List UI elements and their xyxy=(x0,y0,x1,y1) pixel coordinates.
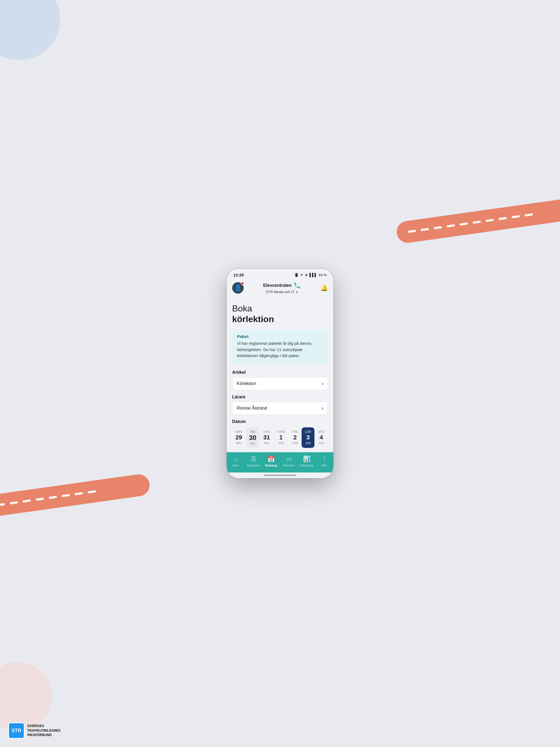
ekonomi-nav-label: Ekonomi xyxy=(283,464,295,467)
utbildning-nav-label: Utbildning xyxy=(300,464,313,467)
brand-label: Elevcentralen xyxy=(263,283,291,288)
info-box: Paket: Vi har registrerat paketet åt dig… xyxy=(232,330,328,363)
date-num: 30 xyxy=(249,435,256,441)
date-month: JUN xyxy=(319,442,324,445)
date-item[interactable]: SÖN 4 JUN xyxy=(315,428,328,448)
date-num: 4 xyxy=(320,435,323,440)
notification-bell-icon[interactable]: 🔔 xyxy=(321,284,328,291)
date-month: JUN xyxy=(305,442,311,445)
date-item[interactable]: TORS 1 JUN xyxy=(274,428,288,448)
date-item[interactable]: TIS 30 MAJ xyxy=(246,428,260,448)
larare-chevron-icon: ∨ xyxy=(321,406,324,410)
avatar-icon: 👤 xyxy=(234,284,242,291)
info-box-title: Paket: xyxy=(237,334,323,339)
datum-label: Datum xyxy=(232,419,328,424)
date-num: 31 xyxy=(263,435,270,440)
larare-select[interactable]: Ronnie Åstrand ∨ xyxy=(232,402,328,415)
page-title-light: Boka xyxy=(232,303,328,314)
larare-section: Lärare Ronnie Åstrand ∨ xyxy=(232,394,328,415)
str-logo-box: STR xyxy=(8,722,25,739)
date-grid: MÅN 29 MAJ TIS 30 MAJ ONS 31 MAJ TORS 1 … xyxy=(232,428,328,452)
phone-icon xyxy=(294,282,301,289)
artikel-value: Körlektion xyxy=(232,377,328,390)
artikel-select[interactable]: Körlektion ∨ xyxy=(232,377,328,390)
date-item[interactable]: LÖR 3 JUN xyxy=(302,428,314,448)
battery-icon: 64 % xyxy=(319,273,327,277)
str-logo-text: SVERIGES TRAFIKUTBILDARES RIKSFÖRBUND xyxy=(27,724,60,738)
main-content: Boka körlektion Paket: Vi har registrera… xyxy=(227,298,333,452)
date-day-name: TIS xyxy=(251,430,255,433)
bg-circle-top xyxy=(0,0,60,60)
date-num: 29 xyxy=(235,435,242,440)
road-stripe-bottom xyxy=(0,473,151,521)
signal-icon: ▌▌▌ xyxy=(309,273,317,277)
bottom-nav: ⌂ Hem ☰ Aktiviteter 📅 Bokning ▭ Ekonomi … xyxy=(227,452,333,472)
wifi-icon: ⊕ xyxy=(305,273,308,277)
date-month: JUN xyxy=(292,442,298,445)
mer-nav-label: Mer xyxy=(322,464,327,467)
vibrate-icon: 📳 xyxy=(294,273,299,277)
bokning-nav-icon: 📅 xyxy=(268,456,275,463)
artikel-section: Artikel Körlektion ∨ xyxy=(232,370,328,390)
date-item[interactable]: FRE 2 JUN xyxy=(289,428,301,448)
date-month: MAJ xyxy=(250,442,255,445)
nav-item-aktiviteter[interactable]: ☰ Aktiviteter xyxy=(245,456,262,467)
hem-nav-label: Hem xyxy=(232,464,239,467)
date-num: 1 xyxy=(279,435,282,440)
nav-item-ekonomi[interactable]: ▭ Ekonomi xyxy=(281,456,297,467)
avatar[interactable]: 👤 xyxy=(232,282,244,294)
header-subtitle[interactable]: STR Media och IT ∨ xyxy=(266,290,298,294)
date-month: MAJ xyxy=(236,442,241,445)
chevron-down-icon: ∨ xyxy=(296,290,298,294)
str-line3: RIKSFÖRBUND xyxy=(27,733,60,738)
date-day-name: ONS xyxy=(263,430,270,433)
date-num: 3 xyxy=(306,435,309,440)
mer-nav-icon: ⋮ xyxy=(322,456,328,463)
utbildning-nav-icon: 📊 xyxy=(303,456,310,463)
status-time: 13:28 xyxy=(233,273,244,277)
nav-item-bokning[interactable]: 📅 Bokning xyxy=(263,456,279,467)
avatar-notification-badge xyxy=(241,282,244,285)
header-center: Elevcentralen STR Media och IT ∨ xyxy=(263,282,301,294)
road-stripe-top xyxy=(396,196,560,244)
str-abbr: STR xyxy=(11,728,21,733)
str-logo: STR SVERIGES TRAFIKUTBILDARES RIKSFÖRBUN… xyxy=(8,722,60,739)
date-day-name: SÖN xyxy=(318,430,325,433)
home-bar xyxy=(263,475,297,476)
aktiviteter-nav-label: Aktiviteter xyxy=(247,464,260,467)
str-line2: TRAFIKUTBILDARES xyxy=(27,728,60,733)
date-day-name: LÖR xyxy=(305,430,311,433)
status-bar: 13:28 📳 ✦ ⊕ ▌▌▌ 64 % xyxy=(227,269,333,279)
bg-circle-bottom xyxy=(0,662,52,730)
date-day-name: MÅN xyxy=(235,430,242,433)
brand-name: Elevcentralen xyxy=(263,282,301,289)
bluetooth-icon: ✦ xyxy=(300,273,303,277)
date-item[interactable]: ONS 31 MAJ xyxy=(260,428,273,448)
date-month: MAJ xyxy=(264,442,269,445)
date-day-name: TORS xyxy=(277,430,285,433)
artikel-label: Artikel xyxy=(232,370,328,375)
larare-value: Ronnie Åstrand xyxy=(232,402,328,414)
nav-item-utbildning[interactable]: 📊 Utbildning xyxy=(299,456,315,467)
subtitle-text: STR Media och IT xyxy=(266,290,295,294)
str-line1: SVERIGES xyxy=(27,724,60,728)
nav-item-hem[interactable]: ⌂ Hem xyxy=(228,456,244,467)
home-indicator xyxy=(227,472,333,478)
phone-frame: 13:28 📳 ✦ ⊕ ▌▌▌ 64 % 👤 Elevcentralen xyxy=(227,269,333,478)
date-num: 2 xyxy=(294,435,297,440)
status-icons: 📳 ✦ ⊕ ▌▌▌ 64 % xyxy=(294,273,327,277)
aktiviteter-nav-icon: ☰ xyxy=(251,456,256,463)
info-box-text: Vi har registrerat paketet åt dig på den… xyxy=(237,340,323,359)
date-item[interactable]: MÅN 29 MAJ xyxy=(232,428,245,448)
nav-item-mer[interactable]: ⋮ Mer xyxy=(316,456,333,467)
ekonomi-nav-icon: ▭ xyxy=(286,456,292,463)
date-month: JUN xyxy=(278,442,284,445)
larare-label: Lärare xyxy=(232,394,328,400)
datum-section: Datum MÅN 29 MAJ TIS 30 MAJ ONS 31 MAJ T… xyxy=(232,419,328,452)
page-title: Boka körlektion xyxy=(232,303,328,324)
hem-nav-icon: ⌂ xyxy=(234,456,237,463)
date-day-name: FRE xyxy=(292,430,298,433)
artikel-chevron-icon: ∨ xyxy=(321,381,324,386)
bokning-nav-label: Bokning xyxy=(265,464,277,467)
app-header: 👤 Elevcentralen STR Media och IT ∨ 🔔 xyxy=(227,279,333,298)
